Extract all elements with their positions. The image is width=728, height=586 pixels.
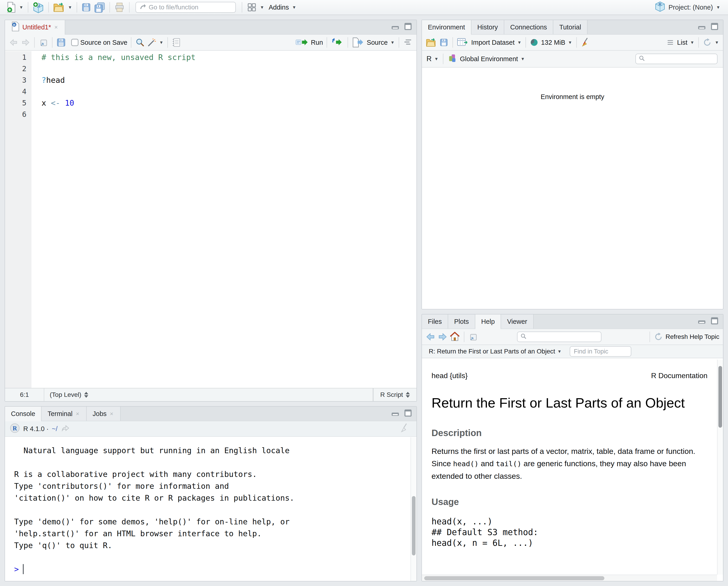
tab-tutorial[interactable]: Tutorial — [553, 20, 588, 34]
code-editor[interactable]: 1# this is a new, unsaved R script23?hea… — [5, 51, 416, 388]
help-topic-caret-icon[interactable] — [557, 349, 562, 354]
tab-jobs[interactable]: Jobs — [87, 407, 121, 421]
close-icon[interactable] — [53, 24, 59, 31]
panes-caret-icon[interactable] — [260, 5, 265, 10]
popout-icon[interactable] — [468, 331, 478, 343]
popout-icon[interactable] — [38, 36, 48, 49]
compile-report-icon[interactable] — [172, 36, 182, 49]
console-prompt-line[interactable]: > — [14, 563, 416, 575]
list-view-caret-icon[interactable] — [690, 40, 695, 45]
source-caret-icon[interactable] — [390, 40, 395, 45]
memory-caret-icon[interactable] — [568, 40, 573, 45]
console-output[interactable]: Natural language support but running in … — [5, 437, 416, 581]
tab-label: Plots — [454, 318, 469, 325]
import-dataset-caret-icon[interactable] — [517, 40, 522, 45]
open-file-caret-icon[interactable] — [68, 5, 73, 10]
new-file-caret-icon[interactable] — [19, 5, 24, 10]
environment-search-input[interactable] — [647, 55, 715, 62]
minimize-pane-icon[interactable] — [390, 23, 400, 32]
new-file-icon[interactable] — [6, 1, 17, 14]
tab-terminal[interactable]: Terminal — [42, 407, 87, 421]
help-vertical-scrollbar[interactable] — [717, 360, 723, 575]
tab-console[interactable]: Console — [5, 407, 42, 421]
tab-untitled1[interactable]: R Untitled1* — [5, 20, 65, 34]
project-selector[interactable]: R Project: (None) — [654, 1, 722, 14]
editor-statusbar: 6:1 (Top Level) R Script — [5, 388, 416, 401]
maximize-pane-icon[interactable] — [710, 316, 719, 327]
tab-plots[interactable]: Plots — [448, 314, 475, 329]
code-tools-caret-icon[interactable] — [159, 40, 164, 45]
save-all-icon[interactable] — [94, 1, 105, 14]
open-file-icon[interactable] — [53, 1, 65, 14]
tab-environment[interactable]: Environment — [422, 20, 471, 34]
toolbar-separator — [576, 37, 577, 48]
source-on-save-checkbox[interactable] — [71, 39, 78, 46]
working-directory-link[interactable]: ~/ — [52, 425, 57, 433]
scope-selector[interactable]: (Top Level) — [44, 388, 373, 401]
console-scrollbar-thumb[interactable] — [412, 496, 416, 555]
maximize-pane-icon[interactable] — [710, 22, 719, 32]
home-icon[interactable] — [449, 331, 460, 343]
global-environment-selector[interactable]: Global Environment — [447, 53, 525, 65]
file-type-selector[interactable]: R Script — [373, 388, 416, 401]
environment-search-box[interactable] — [635, 54, 718, 64]
console-scrollbar[interactable] — [411, 437, 416, 581]
language-selector[interactable]: R — [426, 55, 439, 63]
source-button[interactable]: Source — [352, 37, 395, 48]
save-workspace-icon[interactable] — [439, 36, 449, 49]
code-tools-wand-icon[interactable] — [147, 36, 157, 49]
tab-connections[interactable]: Connections — [504, 20, 553, 34]
addins-caret-icon[interactable] — [292, 5, 297, 10]
help-horizontal-scrollbar[interactable] — [422, 575, 717, 581]
document-outline-icon[interactable] — [403, 36, 413, 49]
help-search-input[interactable] — [529, 333, 599, 340]
addins-button[interactable]: Addins — [269, 4, 289, 11]
help-vertical-scrollbar-thumb[interactable] — [719, 366, 722, 428]
run-button[interactable]: Run — [295, 37, 323, 48]
refresh-help-topic-button[interactable]: Refresh Help Topic — [654, 332, 719, 341]
goto-file-function-input[interactable] — [149, 4, 233, 11]
close-icon[interactable] — [75, 410, 80, 417]
maximize-pane-icon[interactable] — [404, 409, 412, 419]
help-search-box[interactable] — [517, 332, 601, 342]
new-project-icon[interactable]: R — [32, 1, 44, 14]
tab-label: History — [477, 24, 498, 31]
change-directory-icon[interactable] — [61, 423, 70, 434]
toolbar-separator — [48, 2, 49, 12]
forward-icon[interactable] — [21, 36, 31, 49]
help-horizontal-scrollbar-thumb[interactable] — [424, 576, 604, 580]
tab-label: Terminal — [47, 410, 73, 417]
svg-text:R: R — [12, 425, 17, 432]
refresh-environment-button[interactable] — [702, 37, 719, 47]
refresh-caret-icon[interactable] — [714, 40, 719, 45]
memory-usage-button[interactable]: 132 MiB — [529, 38, 572, 47]
minimize-pane-icon[interactable] — [697, 317, 707, 326]
save-icon[interactable] — [81, 1, 91, 14]
tab-viewer[interactable]: Viewer — [501, 314, 534, 329]
toolbar-separator — [464, 332, 464, 342]
clear-console-broom-icon[interactable] — [399, 423, 412, 435]
back-icon[interactable] — [425, 331, 436, 343]
back-icon[interactable] — [9, 36, 19, 49]
load-workspace-icon[interactable] — [425, 36, 437, 49]
rerun-icon[interactable] — [331, 36, 344, 49]
panes-grid-icon[interactable] — [246, 1, 257, 14]
help-topic-selector[interactable]: R: Return the First or Last Parts of an … — [429, 348, 555, 355]
find-in-topic-input[interactable] — [570, 346, 631, 357]
save-icon[interactable] — [56, 36, 66, 49]
search-icon[interactable] — [135, 36, 145, 49]
forward-icon[interactable] — [437, 331, 447, 343]
tab-files[interactable]: Files — [422, 314, 448, 329]
goto-file-function-box[interactable] — [135, 2, 236, 13]
list-view-button[interactable]: List — [666, 38, 695, 47]
maximize-pane-icon[interactable] — [404, 22, 412, 32]
minimize-pane-icon[interactable] — [697, 23, 707, 32]
tab-history[interactable]: History — [471, 20, 504, 34]
tab-help[interactable]: Help — [475, 314, 501, 329]
close-icon[interactable] — [109, 410, 114, 417]
minimize-pane-icon[interactable] — [390, 409, 400, 418]
help-document[interactable]: head {utils} R Documentation Return the … — [422, 360, 717, 575]
import-dataset-button[interactable]: Import Dataset — [457, 37, 522, 48]
print-icon[interactable] — [114, 1, 125, 14]
clear-environment-broom-icon[interactable] — [580, 36, 591, 49]
